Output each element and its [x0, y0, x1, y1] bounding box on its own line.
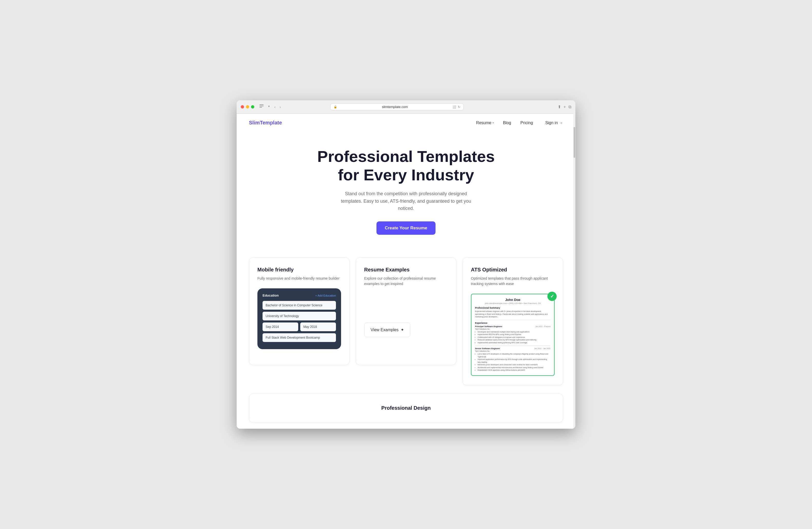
chevron-down-icon: ▼ [267, 104, 271, 109]
ats-job-2-company: Tech Solutions Inc. [475, 350, 550, 352]
create-resume-button[interactable]: Create Your Resume [376, 221, 436, 235]
form-dates-row: Sep 2014 May 2018 [263, 322, 336, 331]
cast-icon: ⬜ [452, 105, 456, 109]
browser-chrome: ▼ ‹ › 🔒 slimtemplate.com ⬜ ↻ ⬆ + ⧉ [237, 100, 575, 114]
ats-job-1-dates: Jan 2021 - Present [535, 326, 550, 327]
back-button[interactable]: ‹ [273, 104, 277, 109]
address-bar[interactable]: 🔒 slimtemplate.com ⬜ ↻ [330, 103, 464, 110]
ats-bullet: Mentored junior developers and conducted… [478, 364, 550, 366]
nav-link-pricing[interactable]: Pricing [520, 121, 533, 125]
ats-experience-title: Experience [475, 322, 550, 324]
lock-icon: 🔒 [334, 105, 337, 108]
mobile-friendly-card: Mobile friendly Fully responsive and mob… [249, 257, 350, 365]
navbar: SlimTemplate Resume ▾ Blog Pricing Sign … [237, 114, 575, 132]
forward-button[interactable]: › [279, 104, 282, 109]
view-examples-button[interactable]: View Examples ✦ [364, 322, 410, 337]
bottom-section: Professional Design [237, 394, 575, 429]
sidebar-toggle-icon[interactable] [259, 104, 264, 107]
mobile-form-preview: Education + Add Education Bachelor of Sc… [257, 288, 341, 349]
card-desc-examples: Explore our collection of professional r… [364, 276, 448, 286]
form-field-bootcamp[interactable]: Full Stack Web Development Bootcamp [263, 333, 336, 342]
new-tab-icon[interactable]: + [564, 105, 566, 109]
chevron-icon: ▾ [492, 121, 494, 124]
ats-divider-1 [475, 320, 550, 320]
ats-job-2-dates: Jan 2021 - Jan 2022 [534, 348, 550, 349]
ats-resume-name: John Doe [475, 298, 550, 302]
browser-window: ▼ ‹ › 🔒 slimtemplate.com ⬜ ↻ ⬆ + ⧉ SlimT… [237, 100, 575, 428]
form-field-start-date[interactable]: Sep 2014 [263, 322, 298, 331]
professional-design-title: Professional Design [257, 401, 555, 415]
hero-section: Professional Templates for Every Industr… [237, 132, 575, 245]
card-title-mobile: Mobile friendly [257, 267, 341, 273]
add-education-button[interactable]: + Add Education [315, 294, 336, 297]
ats-bullet: Collaborated with UX designers to improv… [478, 336, 550, 339]
nav-link-resume[interactable]: Resume ▾ [476, 121, 494, 125]
page-content: SlimTemplate Resume ▾ Blog Pricing Sign … [237, 114, 575, 428]
ats-bullet: Architected and implemented microservice… [478, 366, 550, 369]
resume-examples-card: Resume Examples Explore our collection o… [356, 257, 456, 365]
browser-actions: ⬆ + ⧉ [558, 104, 571, 109]
ats-summary-title: Professional Summary [475, 307, 550, 309]
ats-job-2-bullets: Led a team of 5 developers in rebuilding… [475, 353, 550, 372]
traffic-lights [241, 105, 254, 108]
ats-bullet: Reduced database query times by 60% thro… [478, 339, 550, 341]
url-text: slimtemplate.com [339, 105, 451, 109]
ats-check-badge: ✓ [547, 292, 557, 301]
ats-bullet: Led a team of 5 developers in rebuilding… [478, 353, 550, 358]
ats-bullet: Improved application performance by 40% … [478, 358, 550, 364]
ats-bullet: Developed and maintained multiple client… [478, 331, 550, 334]
scrollbar-thumb[interactable] [574, 127, 575, 158]
address-bar-icons: ⬜ ↻ [452, 105, 460, 109]
browser-controls: ▼ ‹ › [259, 104, 282, 109]
ats-bullet: Implemented RESTful APIs using Node.js a… [478, 333, 550, 336]
cards-section: Mobile friendly Fully responsive and mob… [237, 245, 575, 394]
windows-icon[interactable]: ⧉ [568, 105, 571, 109]
ats-job-1-title: Principal Software Engineer [475, 325, 502, 328]
ats-resume-contact: john.doe@example.com • (555) 123-456 • S… [475, 302, 550, 305]
card-desc-mobile: Fully responsive and mobile-friendly res… [257, 276, 341, 281]
card-title-ats: ATS Optimized [471, 267, 555, 273]
ats-job-1-company: Tech Solutions Inc. [475, 328, 550, 330]
sparkle-icon: ✦ [401, 327, 404, 332]
card-desc-ats: Optimized templates that pass through ap… [471, 276, 555, 286]
ats-bullet: Implemented automated testing achieving … [478, 341, 550, 344]
form-section-header: Education + Add Education [263, 293, 336, 297]
ats-optimized-card: ATS Optimized Optimized templates that p… [462, 257, 563, 385]
form-field-end-date[interactable]: May 2018 [300, 322, 336, 331]
refresh-icon[interactable]: ↻ [458, 105, 460, 109]
form-section-title: Education [263, 293, 279, 297]
traffic-light-red[interactable] [241, 105, 244, 108]
traffic-light-green[interactable] [251, 105, 254, 108]
hero-title: Professional Templates for Every Industr… [310, 147, 502, 184]
form-field-university[interactable]: University of Technology [263, 312, 336, 320]
nav-links: Resume ▾ Blog Pricing [476, 121, 533, 125]
hero-subtitle: Stand out from the competition with prof… [334, 190, 478, 212]
nav-link-blog[interactable]: Blog [503, 121, 511, 125]
form-field-degree[interactable]: Bachelor of Science in Computer Science [263, 301, 336, 310]
ats-job-1-bullets: Developed and maintained multiple client… [475, 331, 550, 344]
card-title-examples: Resume Examples [364, 267, 448, 273]
ats-job-1-header: Principal Software Engineer Jan 2021 - P… [475, 325, 550, 328]
ats-bullet: Established CI/CD pipelines using GitHub… [478, 369, 550, 372]
view-examples-label: View Examples [371, 328, 398, 332]
nav-logo[interactable]: SlimTemplate [249, 120, 282, 126]
professional-design-card: Professional Design [249, 394, 563, 423]
scrollbar[interactable] [573, 111, 575, 428]
ats-job-2-header: Senior Software Engineer Jan 2021 - Jan … [475, 347, 550, 350]
ats-divider-2 [475, 346, 550, 346]
ats-summary-text: Experienced software engineer with 5+ ye… [475, 310, 550, 318]
ats-job-2-title: Senior Software Engineer [475, 347, 500, 350]
share-icon[interactable]: ⬆ [558, 104, 561, 109]
ats-resume-preview: ✓ John Doe john.doe@example.com • (555) … [471, 294, 555, 376]
traffic-light-yellow[interactable] [246, 105, 249, 108]
nav-signin[interactable]: Sign in → [545, 121, 563, 125]
